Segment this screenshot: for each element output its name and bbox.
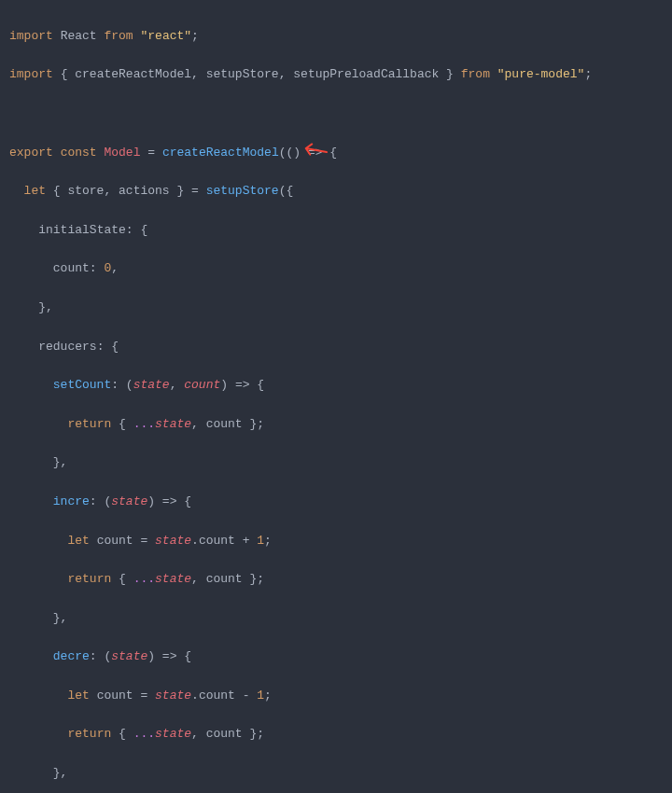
code-line: initialState: { [9,221,663,241]
code-line: return { ...state, count }; [9,415,663,435]
code-line: decre: (state) => { [9,647,663,667]
code-line: let { store, actions } = setupStore({ [9,182,663,202]
code-line: import React from "react"; [9,27,663,47]
code-line: }, [9,764,663,784]
code-line: return { ...state, count }; [9,570,663,590]
code-line: }, [9,299,663,318]
code-editor[interactable]: import React from "react"; import { crea… [9,7,663,793]
code-line: return { ...state, count }; [9,725,663,744]
code-line: }, [9,453,663,473]
code-line: incre: (state) => { [9,493,663,512]
code-line: count: 0, [9,259,663,279]
code-line: }, [9,609,663,629]
code-line: let count = state.count - 1; [9,687,663,706]
code-line [9,104,663,124]
code-line: let count = state.count + 1; [9,532,663,551]
code-line: setCount: (state, count) => { [9,376,663,396]
code-line: export const Model = createReactModel(()… [9,144,663,163]
code-line: import { createReactModel, setupStore, s… [9,65,663,85]
code-line: reducers: { [9,338,663,357]
